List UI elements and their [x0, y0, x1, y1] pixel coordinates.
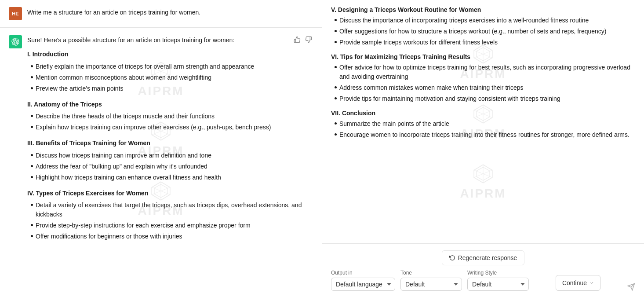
bullet-dot	[31, 165, 33, 167]
bullet-dot	[31, 224, 33, 226]
section-heading: VI. Tips for Maximizing Triceps Training…	[331, 53, 635, 60]
continue-button[interactable]: Continue	[556, 275, 600, 291]
bullet-text: Offer modifications for beginners or tho…	[36, 232, 182, 241]
bullet-text: Discuss how triceps training can improve…	[36, 151, 211, 160]
bullet-item: Provide step-by-step instructions for ea…	[27, 221, 313, 230]
bullet-item: Describe the three heads of the triceps …	[27, 112, 313, 121]
thumbs-down-button[interactable]	[304, 35, 313, 44]
aiprm-watermark-icon-r3	[472, 163, 494, 185]
svg-marker-25	[474, 165, 492, 183]
svg-line-29	[474, 170, 492, 177]
user-message: HE Write me a structure for an article o…	[0, 0, 322, 28]
tone-label: Tone	[400, 270, 462, 276]
writing-style-select[interactable]: Default	[467, 278, 529, 291]
output-label: Output in	[331, 270, 395, 276]
bullet-text: Offer suggestions for how to structure a…	[339, 27, 606, 36]
bullet-dot	[31, 65, 33, 67]
bullet-text: Explain how triceps training can improve…	[36, 123, 271, 132]
bullet-text: Provide sample triceps workouts for diff…	[339, 38, 498, 47]
bullet-text: Provide step-by-step instructions for ea…	[36, 221, 251, 230]
bullet-text: Encourage women to incorporate triceps t…	[339, 130, 629, 139]
regenerate-button[interactable]: Regenerate response	[442, 250, 525, 265]
right-panel-content: V. Designing a Triceps Workout Routine f…	[322, 0, 644, 243]
bullet-text: Briefly explain the importance of tricep…	[36, 62, 254, 71]
bullet-item: Mention common misconceptions about wome…	[27, 73, 313, 82]
left-sections: I. IntroductionBriefly explain the impor…	[27, 49, 313, 241]
bullet-item: Discuss the importance of incorporating …	[331, 16, 635, 25]
bullet-item: Explain how triceps training can improve…	[27, 123, 313, 132]
chatgpt-icon	[11, 38, 19, 46]
bullet-dot	[31, 76, 33, 78]
bullet-text: Describe the three heads of the triceps …	[36, 112, 215, 121]
chevron-down-icon	[589, 281, 594, 285]
bullet-dot	[335, 97, 337, 99]
output-in-group: Output in Default language	[331, 270, 395, 291]
user-message-text: Write me a structure for an article on t…	[27, 7, 200, 16]
bullet-text: Address common mistakes women make when …	[339, 83, 524, 92]
writing-style-label: Writing Style	[467, 270, 529, 276]
send-icon	[627, 283, 635, 291]
bullet-item: Preview the article's main points	[27, 84, 313, 93]
bullet-text: Provide tips for maintaining motivation …	[339, 94, 560, 103]
bullet-item: Highlight how triceps training can enhan…	[27, 173, 313, 182]
bullet-item: Offer suggestions for how to structure a…	[331, 27, 635, 36]
ai-message-body-left: Sure! Here's a possible structure for an…	[27, 35, 313, 243]
section-heading: VII. Conclusion	[331, 110, 635, 117]
bullet-text: Highlight how triceps training can enhan…	[36, 173, 221, 182]
bullet-text: Summarize the main points of the article	[339, 119, 449, 128]
bullet-text: Offer advice for how to optimize triceps…	[339, 63, 635, 81]
bullet-item: Address the fear of "bulking up" and exp…	[27, 162, 313, 171]
section-heading: IV. Types of Triceps Exercises for Women	[27, 188, 313, 198]
tone-group: Tone Default	[400, 270, 462, 291]
tone-select[interactable]: Default	[400, 278, 462, 291]
bullet-text: Detail a variety of exercises that targe…	[36, 201, 313, 219]
thumbs-up-icon	[294, 36, 301, 43]
bullet-item: Summarize the main points of the article	[331, 119, 635, 128]
bullet-dot	[335, 66, 337, 68]
thumbs-down-icon	[305, 36, 312, 43]
send-button[interactable]	[627, 283, 635, 291]
regenerate-icon	[449, 255, 455, 261]
bullet-item: Offer modifications for beginners or tho…	[27, 232, 313, 241]
right-panel: V. Designing a Triceps Workout Routine f…	[322, 0, 644, 297]
bullet-dot	[31, 126, 33, 128]
ai-message-left: Sure! Here's a possible structure for an…	[0, 28, 322, 250]
svg-line-28	[474, 170, 492, 177]
bullet-dot	[31, 204, 33, 206]
section-heading: I. Introduction	[27, 49, 313, 59]
bullet-dot	[335, 86, 337, 88]
bullet-item: Discuss how triceps training can improve…	[27, 151, 313, 160]
output-select[interactable]: Default language	[331, 278, 395, 291]
bullet-item: Provide tips for maintaining motivation …	[331, 94, 635, 103]
bullet-dot	[31, 176, 33, 178]
bullet-item: Encourage women to incorporate triceps t…	[331, 130, 635, 139]
ai-intro-text: Sure! Here's a possible structure for an…	[27, 35, 313, 45]
bullet-item: Briefly explain the importance of tricep…	[27, 62, 313, 71]
bullet-text: Preview the article's main points	[36, 84, 124, 93]
bullet-text: Address the fear of "bulking up" and exp…	[36, 162, 207, 171]
bottom-bar: Regenerate response Output in Default la…	[322, 244, 644, 297]
controls-row: Output in Default language Tone Default …	[331, 270, 635, 291]
ai-message-actions	[293, 35, 313, 44]
section-heading: III. Benefits of Triceps Training for Wo…	[27, 138, 313, 148]
bullet-text: Mention common misconceptions about wome…	[36, 73, 211, 82]
bullet-dot	[31, 235, 33, 237]
bullet-text: Discuss the importance of incorporating …	[339, 16, 589, 25]
right-sections: V. Designing a Triceps Workout Routine f…	[331, 6, 635, 139]
bullet-dot	[31, 154, 33, 156]
bullet-dot	[335, 122, 337, 125]
svg-marker-26	[477, 167, 490, 180]
bullet-dot	[335, 133, 337, 136]
section-heading: V. Designing a Triceps Workout Routine f…	[331, 6, 635, 13]
bullet-dot	[335, 19, 337, 21]
section-heading: II. Anatomy of the Triceps	[27, 99, 313, 109]
bullet-dot	[335, 30, 337, 32]
bullet-dot	[31, 87, 33, 89]
bullet-item: Address common mistakes women make when …	[331, 83, 635, 92]
ai-avatar	[9, 35, 22, 48]
bullet-item: Offer advice for how to optimize triceps…	[331, 63, 635, 81]
left-panel: HE Write me a structure for an article o…	[0, 0, 322, 297]
thumbs-up-button[interactable]	[293, 35, 302, 44]
bullet-item: Provide sample triceps workouts for diff…	[331, 38, 635, 47]
bullet-item: Detail a variety of exercises that targe…	[27, 201, 313, 219]
